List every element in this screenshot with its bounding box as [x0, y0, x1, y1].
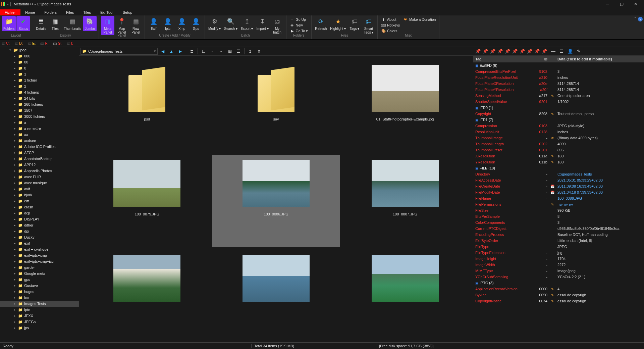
pin-icon[interactable]: 📌 — [512, 49, 518, 54]
ribbon-btn-raw-panel[interactable]: ▤RawPanel — [129, 16, 143, 35]
edit-icon[interactable]: ✎ — [549, 94, 555, 98]
meta-value[interactable]: 100_0086.JPG — [555, 196, 642, 200]
meta-value[interactable]: -rw-rw-rw- — [555, 202, 642, 206]
ribbon-btn-xmp[interactable]: 👤Xmp — [175, 16, 189, 31]
tree-item[interactable]: ▸📁DISPLAY — [0, 216, 79, 222]
ribbon-btn-refresh[interactable]: ⟳Refresh — [314, 16, 328, 31]
meta-group-header[interactable]: ▣IFD0 (1) — [473, 105, 644, 111]
tree-item[interactable]: ▸📁260 fichiers — [0, 101, 79, 107]
tree-item[interactable]: ▸📁icc — [0, 295, 79, 301]
drive-d[interactable]: 🖴D: — [14, 41, 23, 45]
meta-row[interactable]: ImageHeight-1704 — [473, 256, 644, 262]
meta-value[interactable]: essai de copyrigh — [555, 293, 642, 297]
thumb-folder[interactable]: sav — [212, 60, 340, 152]
meta-value[interactable]: Baseline DCT, Huffman coding — [555, 233, 642, 237]
edit-icon[interactable]: ✎ — [549, 299, 555, 303]
chevron-down-icon[interactable]: ▾ — [154, 49, 156, 53]
ribbon-btn-export[interactable]: ↥Export ▾ — [239, 16, 255, 31]
tree-item[interactable]: ▸📁1 fichier — [0, 77, 79, 83]
tree-item[interactable]: ▸📁Gustave — [0, 283, 79, 289]
meta-value[interactable]: 180 — [555, 154, 642, 158]
help-icon[interactable]: ? — [638, 17, 643, 21]
nav-forward-button[interactable]: ▶ — [176, 48, 184, 55]
meta-row[interactable]: FocalPlaneXResolutiona20e8114.285714 — [473, 81, 644, 87]
tree-item[interactable]: ▸📁avif — [0, 186, 79, 192]
tool-tiles-m-icon[interactable]: ▪ — [217, 48, 225, 55]
pin-icon[interactable]: 📌 — [534, 49, 540, 54]
edit-icon[interactable]: ✎ — [549, 154, 555, 158]
ribbon-btn-map-panel[interactable]: 📍MapPanel — [115, 16, 128, 35]
tree-item[interactable]: ▸📁gps — [0, 277, 79, 283]
edit-icon[interactable]: ✎ — [549, 287, 555, 291]
tree-item[interactable]: ▸📁avec FLIR — [0, 174, 79, 180]
tree-item[interactable]: ▸📁exif+iptc+xmp+icc — [0, 258, 79, 264]
ribbon-btn-thumbnails[interactable]: ▦Thumbnails — [62, 16, 83, 31]
thumb-image[interactable] — [341, 250, 469, 338]
maximize-button[interactable]: ▢ — [614, 0, 629, 8]
tree-item[interactable]: ▸📁garder — [0, 264, 79, 270]
ribbon-btn-smart-tags-[interactable]: 🏷SmartTags ▾ — [362, 16, 375, 35]
tree-item[interactable]: ▸📁exif — [0, 240, 79, 246]
meta-row[interactable]: ExifByteOrder-Little-endian (Intel, II) — [473, 238, 644, 244]
ribbon-btn-folders[interactable]: 📁Folders — [2, 16, 16, 31]
ribbon-mini-colors[interactable]: 🎨Colors — [380, 28, 401, 34]
ribbon-mini-make-a-donation[interactable]: ❤Make a Donation — [402, 17, 437, 22]
meta-value[interactable]: Little-endian (Intel, II) — [555, 239, 642, 243]
tree-item[interactable]: ▸📁1 — [0, 71, 79, 77]
path-box[interactable]: 📁 C:\jpeg\Images Tests ▾ — [80, 48, 158, 55]
tab-tiles[interactable]: Tiles — [78, 9, 96, 15]
tree-item[interactable]: ▸📁avec musique — [0, 180, 79, 186]
ribbon-btn-gps[interactable]: 👤Gps — [189, 16, 203, 31]
close-button[interactable]: ✕ — [629, 0, 643, 8]
meta-row[interactable]: ThumbnailImage-👁(Binary data 4009 bytes) — [473, 135, 644, 141]
meta-value[interactable]: 1704 — [555, 257, 642, 261]
meta-row[interactable]: ThumbnailOffset0201896 — [473, 147, 644, 153]
meta-value[interactable]: C:/jpeg/Images Tests — [555, 172, 642, 176]
meta-group-header[interactable]: ▣ExifIFD (6) — [473, 62, 644, 68]
tab-home[interactable]: Home — [20, 9, 40, 15]
meta-value[interactable]: jpg — [555, 251, 642, 255]
tool-select-icon[interactable]: ☐ — [200, 48, 207, 55]
edit-icon[interactable]: 📅 — [549, 185, 555, 188]
ribbon-collapse-icon[interactable]: ˄ — [634, 17, 636, 20]
meta-row[interactable]: CopyrightNotice0074✎essai de copyrigh — [473, 298, 644, 304]
tool-details-icon[interactable]: ☰ — [235, 48, 242, 55]
meta-row[interactable]: FileTypeExtension-jpg — [473, 250, 644, 256]
meta-row[interactable]: FileCreateDate-📅2011:09:08 16:33:43+02:0… — [473, 183, 644, 189]
tab-exiftool[interactable]: ExifTool — [96, 9, 118, 15]
meta-value[interactable]: 8 — [555, 214, 642, 218]
tree-item[interactable]: ▸📁jps — [0, 325, 79, 331]
meta-value[interactable]: 8114.285714 — [555, 82, 642, 86]
thumb-image[interactable] — [83, 250, 211, 338]
tree-item[interactable]: ▸📁0 — [0, 65, 79, 71]
thumb-folder[interactable]: psd — [83, 60, 211, 152]
edit-icon[interactable]: ✎ — [549, 112, 555, 116]
tree-item[interactable]: ▸📁00 — [0, 59, 79, 65]
meta-value[interactable]: 2272 — [555, 263, 642, 267]
tab-setup[interactable]: Setup — [118, 9, 137, 15]
meta-value[interactable]: JPEG (old-style) — [555, 124, 642, 128]
tree-item[interactable]: ▸📁a remettre — [0, 126, 79, 132]
meta-group-header[interactable]: ▣IPTC (3) — [473, 280, 644, 286]
thumb-image[interactable]: 100_0079.JPG — [83, 155, 211, 247]
meta-row[interactable]: BitsPerSample-8 — [473, 213, 644, 219]
tree-item[interactable]: ▸📁000 — [0, 53, 79, 59]
nav-up-button[interactable]: ▲ — [168, 48, 175, 55]
edit-icon[interactable]: 👁 — [549, 136, 555, 140]
meta-value[interactable]: 2011:09:08 16:33:43+02:00 — [555, 184, 642, 188]
folder-tree[interactable]: ▾📂jpeg▸📁000▸📁00▸📁0▸📁1▸📁1 fichier▸📁2▸📁4 f… — [0, 47, 79, 342]
meta-row[interactable]: Compression0103JPEG (old-style) — [473, 123, 644, 129]
drive-c[interactable]: 🖴C: — [1, 41, 10, 45]
tool-grid-icon[interactable]: ▦ — [226, 48, 233, 55]
ribbon-mini-hotkeys[interactable]: ⌨Hotkeys — [380, 22, 401, 28]
meta-value[interactable]: Tout est de moi, perso — [555, 112, 642, 116]
meta-value[interactable]: 4 — [555, 287, 642, 291]
meta-row[interactable]: CompressedBitsPerPixel91023 — [473, 68, 644, 74]
ribbon-btn-details[interactable]: ≣Details — [34, 16, 48, 31]
meta-row[interactable]: FocalPlaneResolutionUnita210inches — [473, 74, 644, 81]
tree-item[interactable]: ▸📁Google meta — [0, 270, 79, 277]
edit-icon[interactable]: ✎ — [549, 203, 555, 206]
tree-item[interactable]: ▸📁JFXX — [0, 313, 79, 319]
meta-value[interactable]: 1/1002 — [555, 100, 642, 104]
ribbon-mini-go-to-[interactable]: ▶Go To ▾ — [288, 28, 310, 34]
